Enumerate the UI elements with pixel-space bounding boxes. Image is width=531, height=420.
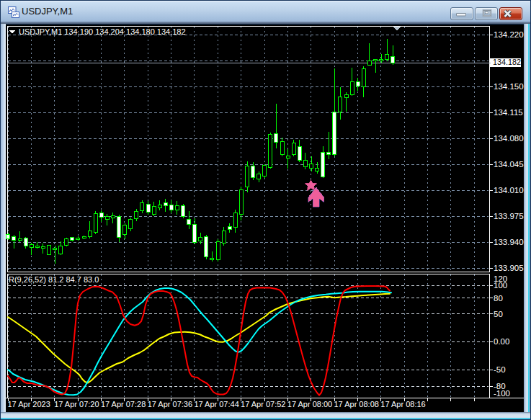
svg-text:134.080: 134.080 <box>494 134 524 143</box>
svg-text:17 Apr 08:08: 17 Apr 08:08 <box>334 400 379 408</box>
svg-text:134.220: 134.220 <box>494 30 524 39</box>
svg-text:100: 100 <box>494 281 507 290</box>
svg-text:17 Apr 08:16: 17 Apr 08:16 <box>380 400 425 408</box>
svg-text:133.975: 133.975 <box>494 212 524 220</box>
svg-text:17 Apr 07:28: 17 Apr 07:28 <box>101 400 146 408</box>
svg-text:134.010: 134.010 <box>494 186 524 195</box>
svg-text:17 Apr 07:36: 17 Apr 07:36 <box>148 400 192 408</box>
svg-text:-100: -100 <box>494 389 510 398</box>
svg-text:133.905: 133.905 <box>494 264 524 272</box>
svg-text:17 Apr 07:20: 17 Apr 07:20 <box>54 400 99 408</box>
svg-text:R(9,26,52) 81.2 84.7 83.0: R(9,26,52) 81.2 84.7 83.0 <box>9 275 99 284</box>
svg-text:134.150: 134.150 <box>494 82 524 91</box>
svg-text:17 Apr 2023: 17 Apr 2023 <box>8 400 50 408</box>
svg-text:134.182: 134.182 <box>493 58 521 66</box>
svg-text:134.045: 134.045 <box>494 160 524 169</box>
svg-text:17 Apr 08:00: 17 Apr 08:00 <box>287 400 332 408</box>
svg-text:USDJPY,M1 134.190 134.204 134.: USDJPY,M1 134.190 134.204 134.180 134.18… <box>19 27 186 36</box>
svg-text:0.00: 0.00 <box>494 337 509 346</box>
svg-text:50: 50 <box>494 310 503 318</box>
svg-text:134.115: 134.115 <box>494 108 523 117</box>
svg-text:17 Apr 07:52: 17 Apr 07:52 <box>241 400 285 408</box>
svg-text:80: 80 <box>494 294 503 303</box>
svg-text:17 Apr 07:44: 17 Apr 07:44 <box>194 400 238 408</box>
svg-text:133.940: 133.940 <box>494 238 524 246</box>
svg-text:-50: -50 <box>494 365 506 374</box>
